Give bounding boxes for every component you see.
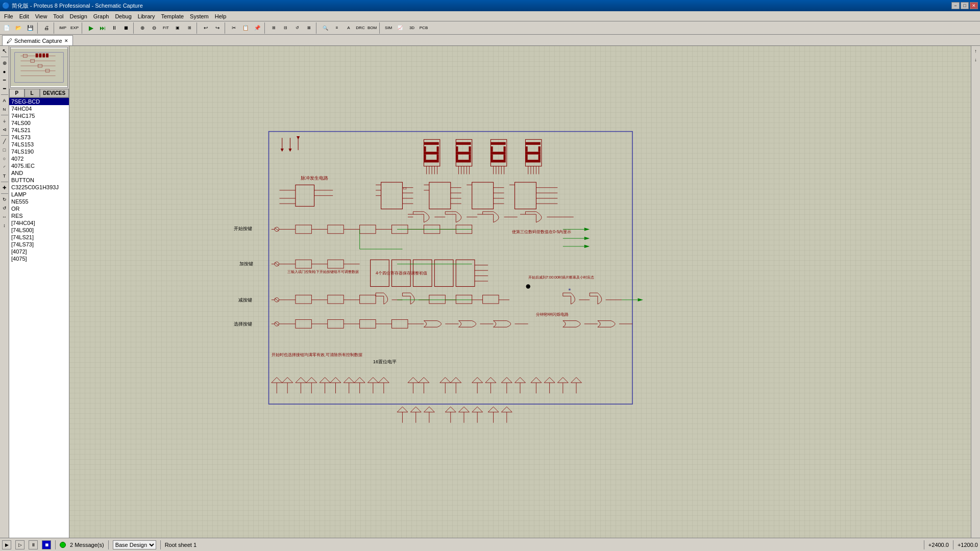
device-item[interactable]: [74HC04]	[9, 219, 69, 227]
device-item[interactable]: 74LS00	[9, 119, 69, 127]
label-tool[interactable]: A	[1, 96, 9, 105]
play-button[interactable]: ▶	[2, 540, 11, 549]
redo-button[interactable]: ↪	[212, 22, 223, 34]
netlist-button[interactable]: ≡	[331, 22, 342, 34]
menu-item-design[interactable]: Design	[67, 11, 90, 21]
device-item[interactable]: NE555	[9, 198, 69, 205]
block-delete-button[interactable]: ⊠	[303, 22, 314, 34]
power-tool[interactable]: ⏚	[1, 117, 9, 125]
panel-tab-p[interactable]: P	[9, 89, 24, 97]
canvas-area[interactable]: 脉冲发生电路	[69, 46, 971, 538]
menu-item-template[interactable]: Template	[158, 11, 187, 21]
text-tool[interactable]: T	[1, 172, 9, 180]
menu-item-graph[interactable]: Graph	[90, 11, 112, 21]
menu-item-library[interactable]: Library	[135, 11, 158, 21]
3d-button[interactable]: 3D	[406, 22, 418, 34]
device-item[interactable]: OR	[9, 205, 69, 212]
device-item[interactable]: [74LS73]	[9, 241, 69, 248]
circle-tool[interactable]: ○	[1, 155, 9, 163]
bus-tool[interactable]: ━	[1, 85, 9, 93]
paste-button[interactable]: 📌	[252, 22, 263, 34]
minimize-button[interactable]: −	[951, 2, 960, 9]
device-item[interactable]: 74LS73	[9, 134, 69, 141]
pcb-button[interactable]: PCB	[418, 22, 429, 34]
device-item[interactable]: LAMP	[9, 191, 69, 198]
flip-h-btn[interactable]: ↔	[1, 213, 9, 221]
rotate-ccw-btn[interactable]: ↺	[1, 204, 9, 212]
device-item[interactable]: BUTTON	[9, 177, 69, 184]
tab-close-button[interactable]: ✕	[64, 38, 68, 43]
bom-button[interactable]: BOM	[366, 22, 378, 34]
block-copy-button[interactable]: ⊞	[268, 22, 279, 34]
block-move-button[interactable]: ⊟	[280, 22, 291, 34]
menu-item-view[interactable]: View	[32, 11, 51, 21]
run-button[interactable]: ▶	[85, 22, 96, 34]
box-tool[interactable]: □	[1, 146, 9, 154]
port-tool[interactable]: ⊲	[1, 126, 9, 134]
marker-tool[interactable]: ✚	[1, 184, 9, 192]
design-select[interactable]: Base Design	[113, 540, 156, 549]
block-rotate-button[interactable]: ↺	[291, 22, 303, 34]
device-item[interactable]: [4075]	[9, 255, 69, 262]
menu-item-file[interactable]: File	[1, 11, 16, 21]
component-tool[interactable]: ⊕	[1, 59, 9, 67]
zoom-area-button[interactable]: ▣	[172, 22, 183, 34]
rotate-cw-btn[interactable]: ↻	[1, 195, 9, 204]
menu-item-debug[interactable]: Debug	[112, 11, 134, 21]
menu-item-help[interactable]: Help	[212, 11, 230, 21]
maximize-button[interactable]: □	[961, 2, 969, 9]
device-item[interactable]: [4072]	[9, 248, 69, 255]
menu-item-tool[interactable]: Tool	[50, 11, 66, 21]
import-button[interactable]: IMP	[57, 22, 68, 34]
select-tool[interactable]: ↖	[1, 47, 9, 55]
device-item[interactable]: [74LS21]	[9, 234, 69, 241]
close-button[interactable]: ✕	[970, 2, 978, 9]
sim-button[interactable]: SIM	[383, 22, 394, 34]
panel-tab-devices[interactable]: DEVICES	[40, 89, 69, 97]
undo-button[interactable]: ↩	[200, 22, 211, 34]
schematic-canvas[interactable]: 脉冲发生电路	[69, 46, 971, 538]
device-item[interactable]: 4075.IEC	[9, 162, 69, 169]
cut-button[interactable]: ✂	[228, 22, 239, 34]
annotate-button[interactable]: A	[343, 22, 354, 34]
stop-button[interactable]: ⏹	[120, 22, 132, 34]
print-button[interactable]: 🖨	[41, 22, 52, 34]
wire-tool[interactable]: ━	[1, 76, 9, 84]
device-item[interactable]: RES	[9, 212, 69, 219]
copy-button[interactable]: 📋	[240, 22, 251, 34]
junction-tool[interactable]: ●	[1, 67, 9, 76]
menu-item-edit[interactable]: Edit	[16, 11, 32, 21]
right-tb-2[interactable]: ↓	[972, 56, 980, 64]
arc-tool[interactable]: ◜	[1, 163, 9, 171]
device-item[interactable]: 74LS21	[9, 127, 69, 134]
open-button[interactable]: 📂	[13, 22, 24, 34]
flip-v-btn[interactable]: ↕	[1, 221, 9, 230]
stop-button[interactable]: ⏹	[42, 540, 51, 549]
step-button[interactable]: ⏭	[97, 22, 108, 34]
drc-button[interactable]: DRC	[355, 22, 366, 34]
device-item[interactable]: 74HC175	[9, 112, 69, 119]
zoom-fit-button[interactable]: FIT	[160, 22, 172, 34]
zoom-full-button[interactable]: ⊞	[184, 22, 195, 34]
device-item[interactable]: C3225C0G1H393J	[9, 184, 69, 191]
device-item[interactable]: 74LS153	[9, 141, 69, 148]
zoom-in-button[interactable]: ⊕	[137, 22, 148, 34]
export-button[interactable]: EXP	[69, 22, 80, 34]
device-item[interactable]: 4072	[9, 155, 69, 162]
save-button[interactable]: 💾	[24, 22, 36, 34]
schematic-capture-tab[interactable]: 🖊 Schematic Capture ✕	[2, 35, 73, 45]
step-button[interactable]: ▷	[15, 540, 24, 549]
pause-button[interactable]: ⏸	[109, 22, 120, 34]
zoom-out-button[interactable]: ⊖	[149, 22, 160, 34]
menu-item-system[interactable]: System	[187, 11, 212, 21]
graph-button[interactable]: 📈	[395, 22, 406, 34]
panel-tab-l[interactable]: L	[24, 89, 40, 97]
device-item[interactable]: 74HC04	[9, 105, 69, 112]
device-item[interactable]: AND	[9, 169, 69, 177]
search-button[interactable]: 🔍	[320, 22, 331, 34]
device-item[interactable]: 74LS190	[9, 148, 69, 155]
pause-button[interactable]: ⏸	[29, 540, 38, 549]
new-button[interactable]: 📄	[1, 22, 12, 34]
device-item[interactable]: [74LS00]	[9, 227, 69, 234]
right-tb-1[interactable]: ↑	[972, 47, 980, 55]
